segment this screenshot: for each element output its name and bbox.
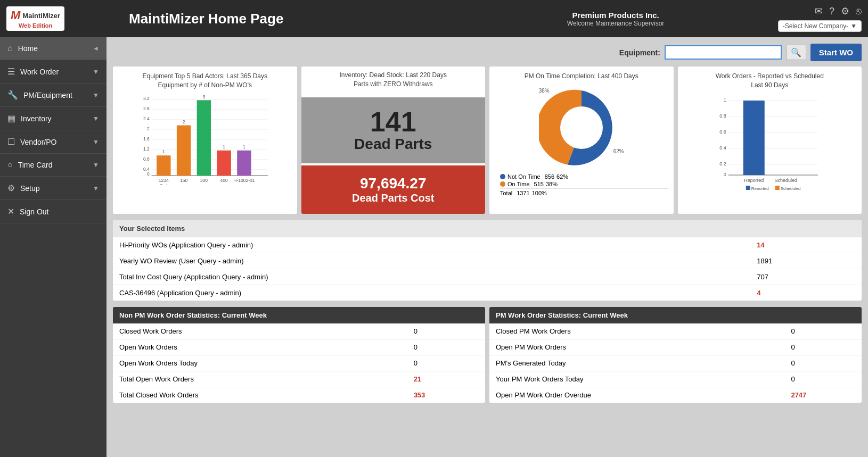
pm-value-5[interactable]: 2747: [784, 387, 862, 403]
svg-text:2.8: 2.8: [143, 106, 150, 111]
timecard-icon: ○: [7, 160, 13, 170]
sidebar-arrow-workorder: ▼: [93, 68, 99, 76]
selected-items-header: Your Selected Items: [113, 220, 862, 237]
bar-chart-2: 1 0.8 0.6 0.4 0.2 0 Reported: [683, 94, 857, 190]
pm-value-3: 0: [784, 355, 862, 371]
svg-text:0.8: 0.8: [143, 156, 150, 161]
sidebar-item-setup[interactable]: ⚙ Setup ▼: [0, 177, 107, 200]
svg-text:400: 400: [220, 178, 228, 183]
selected-item-value-3[interactable]: 707: [750, 269, 862, 285]
table-row: Total Inv Cost Query (Application Query …: [113, 269, 862, 285]
svg-text:0: 0: [723, 172, 726, 177]
pm-label-3: PM's Generated Today: [489, 355, 784, 371]
equipment-input[interactable]: [665, 45, 782, 60]
donut-legend: Not On Time 856 62% On Time 515 38% Tota…: [495, 173, 668, 196]
legend-reported-box: [746, 186, 750, 190]
card-bad-actors: Equipment Top 5 Bad Actors: Last 365 Day…: [113, 67, 297, 214]
sidebar-label-vendorpo: Vendor/PO: [20, 138, 57, 146]
svg-text:150: 150: [180, 178, 187, 183]
selected-items-table: Hi-Priority WOs (Application Query - adm…: [113, 237, 862, 301]
sidebar-item-workorder[interactable]: ☰ Work Order ▼: [0, 60, 107, 84]
legend-ontime-pct: 38%: [546, 181, 558, 187]
sidebar-item-inventory[interactable]: ▦ Inventory ▼: [0, 107, 107, 130]
settings-icon[interactable]: ⚙: [841, 5, 849, 17]
email-icon[interactable]: ✉: [815, 5, 823, 17]
pm-value-1: 0: [784, 323, 862, 339]
pm-stats-card: PM Work Order Statistics: Current Week C…: [489, 307, 862, 403]
sidebar-arrow-vendorpo: ▼: [93, 138, 99, 146]
table-row: Closed Work Orders 0: [113, 323, 485, 339]
logo-web: Web Edition: [19, 22, 52, 29]
svg-text:1234: 1234: [159, 178, 169, 183]
sidebar-label-signout: Sign Out: [20, 207, 48, 216]
pm-value-2: 0: [784, 339, 862, 355]
svg-text:1: 1: [223, 144, 225, 149]
dead-parts-top: 141 Dead Parts: [301, 97, 486, 163]
legend-total-count: 1371: [517, 190, 529, 196]
dashboard-row: Equipment Top 5 Bad Actors: Last 365 Day…: [113, 67, 862, 214]
pct-38-label: 38%: [539, 88, 550, 94]
non-pm-stats-card: Non PM Work Order Statistics: Current We…: [113, 307, 485, 403]
help-icon[interactable]: ?: [829, 6, 834, 17]
selected-item-value-1[interactable]: 14: [750, 237, 862, 253]
header-icons: ✉ ? ⚙ ⎋: [815, 5, 862, 17]
logout-icon[interactable]: ⎋: [856, 6, 862, 17]
header-center: Premium Products Inc. Welcome Maintenanc…: [453, 11, 777, 27]
sidebar-item-home[interactable]: ⌂ Home ◄: [0, 37, 107, 60]
vendorpo-icon: ☐: [7, 137, 15, 147]
legend-total-label: Total: [500, 190, 512, 196]
sidebar-label-setup: Setup: [20, 184, 40, 193]
svg-text:3: 3: [202, 94, 205, 99]
sidebar: ⌂ Home ◄ ☰ Work Order ▼ 🔧 PM/Equipment ▼…: [0, 37, 107, 457]
table-row: Your PM Work Orders Today 0: [489, 371, 862, 387]
legend-ontime-label: On Time: [507, 181, 530, 187]
pm-value-4: 0: [784, 371, 862, 387]
sidebar-arrow-inventory: ▼: [93, 115, 99, 122]
bar-300: [197, 100, 211, 176]
svg-text:0.4: 0.4: [719, 145, 726, 151]
table-row: PM's Generated Today 0: [489, 355, 862, 371]
non-pm-label-1: Closed Work Orders: [113, 323, 407, 339]
legend-ontime-dot: [500, 181, 505, 187]
selected-item-value-2[interactable]: 1891: [750, 253, 862, 269]
sidebar-item-signout[interactable]: ✕ Sign Out: [0, 200, 107, 223]
sidebar-arrow-pmequipment: ▼: [93, 92, 99, 99]
svg-text:2.4: 2.4: [143, 116, 150, 121]
table-row: Total Closed Work Orders 353: [113, 387, 485, 403]
table-row: Total Open Work Orders 21: [113, 371, 485, 387]
selected-item-label-1: Hi-Priority WOs (Application Query - adm…: [113, 237, 750, 253]
search-button[interactable]: 🔍: [786, 45, 806, 60]
dead-parts-bottom: 97,694.27 Dead Parts Cost: [301, 165, 486, 214]
non-pm-label-2: Open Work Orders: [113, 339, 407, 355]
sidebar-item-vendorpo[interactable]: ☐ Vendor/PO ▼: [0, 130, 107, 154]
pm-label-1: Closed PM Work Orders: [489, 323, 784, 339]
sidebar-label-home: Home: [18, 44, 38, 53]
non-pm-stats-table: Closed Work Orders 0 Open Work Orders 0 …: [113, 323, 485, 403]
equipment-label: Equipment:: [619, 48, 660, 57]
select-company-dropdown[interactable]: -Select New Company- ▼: [778, 20, 862, 32]
sidebar-arrow-home: ◄: [93, 45, 99, 52]
card-bad-actors-title: Equipment Top 5 Bad Actors: Last 365 Day…: [118, 72, 292, 90]
pm-stats-table: Closed PM Work Orders 0 Open PM Work Ord…: [489, 323, 862, 403]
non-pm-value-1: 0: [407, 323, 485, 339]
table-row: Open PM Work Order Overdue 2747: [489, 387, 862, 403]
selected-item-label-2: Yearly WO Review (User Query - admin): [113, 253, 750, 269]
table-row: Hi-Priority WOs (Application Query - adm…: [113, 237, 862, 253]
svg-text:1.2: 1.2: [143, 146, 150, 151]
start-wo-button[interactable]: Start WO: [810, 44, 862, 61]
logo-box: M MaintiMizer Web Edition: [6, 6, 64, 31]
svg-text:Scheduled: Scheduled: [774, 178, 797, 183]
home-icon: ⌂: [7, 44, 13, 53]
svg-text:2: 2: [147, 126, 150, 131]
sidebar-item-timecard[interactable]: ○ Time Card ▼: [0, 154, 107, 177]
legend-scheduled-text: Scheduled: [780, 186, 800, 190]
sidebar-label-inventory: Inventory: [21, 114, 52, 123]
legend-notontime-label: Not On Time: [507, 173, 541, 180]
select-company-label: -Select New Company-: [783, 22, 848, 30]
sidebar-item-pmequipment[interactable]: 🔧 PM/Equipment ▼: [0, 84, 107, 107]
selected-item-value-4[interactable]: 4: [750, 285, 862, 301]
svg-text:2: 2: [183, 119, 185, 124]
non-pm-value-5[interactable]: 353: [407, 387, 485, 403]
non-pm-value-4[interactable]: 21: [407, 371, 485, 387]
non-pm-stats-header: Non PM Work Order Statistics: Current We…: [113, 307, 485, 323]
